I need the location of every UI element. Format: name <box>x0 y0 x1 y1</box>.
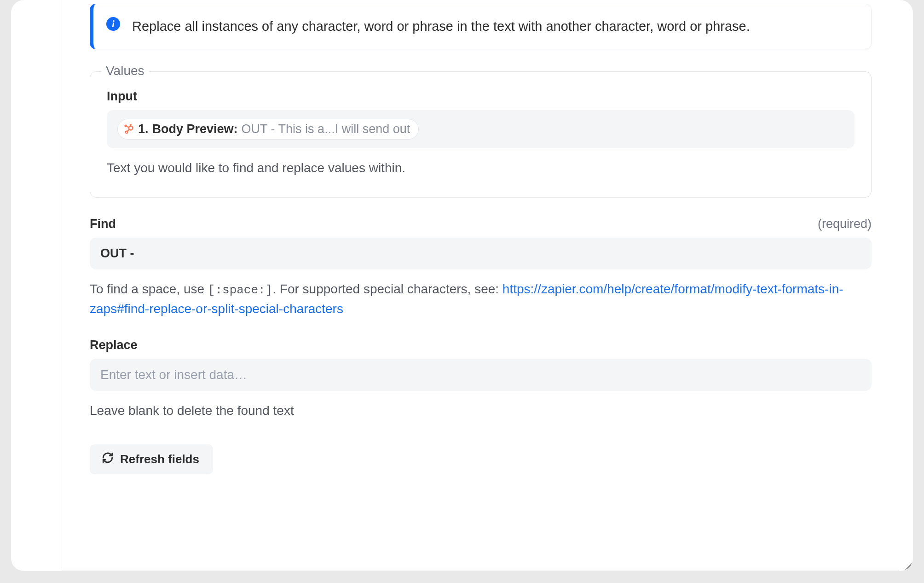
pill-step: 1. <box>138 122 149 136</box>
find-value: OUT - <box>100 246 134 261</box>
form-panel: i Replace all instances of any character… <box>62 0 899 571</box>
resize-handle-icon[interactable] <box>904 562 913 571</box>
replace-input[interactable]: Enter text or insert data… <box>90 359 872 391</box>
refresh-fields-button[interactable]: Refresh fields <box>90 444 213 474</box>
info-text: Replace all instances of any character, … <box>132 16 750 37</box>
refresh-label: Refresh fields <box>120 452 199 466</box>
replace-placeholder: Enter text or insert data… <box>100 367 247 382</box>
values-fieldset: Values Input 1. <box>90 71 872 198</box>
refresh-icon <box>102 452 114 467</box>
find-input[interactable]: OUT - <box>90 238 872 269</box>
info-icon: i <box>106 17 120 31</box>
replace-section: Replace Enter text or insert data… Leave… <box>90 338 872 420</box>
find-helper-code: [:space:] <box>208 283 272 297</box>
input-field[interactable]: 1. Body Preview: OUT - This is a...I wil… <box>107 110 855 148</box>
replace-helper: Leave blank to delete the found text <box>90 401 872 420</box>
values-legend: Values <box>101 64 149 78</box>
pill-sample: OUT - This is a...I will send out <box>242 122 410 136</box>
hubspot-icon <box>123 123 134 134</box>
replace-label: Replace <box>90 338 872 352</box>
find-helper-prefix: To find a space, use <box>90 282 208 296</box>
find-section: Find (required) OUT - To find a space, u… <box>90 217 872 319</box>
svg-point-6 <box>130 124 132 126</box>
find-label: Find <box>90 217 116 231</box>
pill-field-name: Body Preview: <box>152 122 238 136</box>
find-helper: To find a space, use [:space:]. For supp… <box>90 280 872 319</box>
input-label: Input <box>107 89 855 104</box>
find-required: (required) <box>818 217 872 231</box>
find-helper-mid: . For supported special characters, see: <box>272 282 502 296</box>
svg-point-5 <box>126 131 128 134</box>
info-banner: i Replace all instances of any character… <box>90 4 872 49</box>
data-pill[interactable]: 1. Body Preview: OUT - This is a...I wil… <box>117 119 419 140</box>
input-helper: Text you would like to find and replace … <box>107 158 855 178</box>
